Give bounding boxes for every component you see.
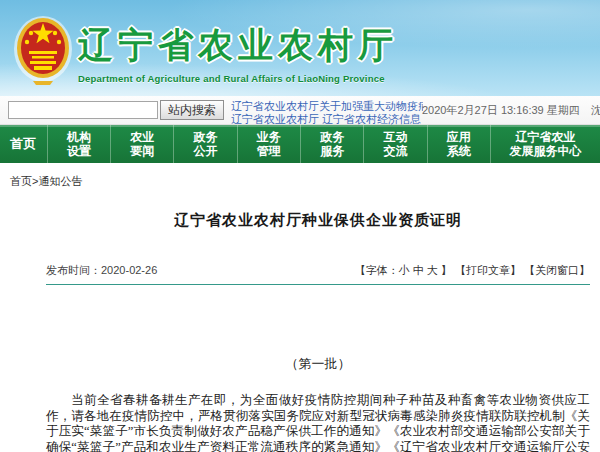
nav-item-app-systems[interactable]: 应用 系统 [427, 125, 490, 163]
article-title: 辽宁省农业农村厅种业保供企业资质证明 [46, 211, 590, 230]
batch-heading: （第一批） [46, 355, 590, 373]
ticker-link[interactable]: 辽宁省农业农村厅关于加强重大动物疫病监测防控工作… [231, 100, 423, 113]
font-size-prefix: 【字体： [355, 264, 399, 276]
breadcrumb-current: 通知公告 [38, 175, 82, 187]
national-emblem-icon [13, 11, 73, 87]
meta-divider [46, 284, 590, 285]
nav-item-business-mgmt[interactable]: 业务 管理 [237, 125, 300, 163]
publish-time: 发布时间：2020-02-26 [46, 263, 157, 278]
article: 辽宁省农业农村厅种业保供企业资质证明 发布时间：2020-02-26 【字体：小… [0, 211, 600, 452]
nav-label: 应用 [447, 130, 471, 144]
nav-label: 互动 [383, 130, 407, 144]
nav-label: 政务 [194, 130, 218, 144]
page: 辽宁省农业农村厅 Department of Agriculture and R… [0, 0, 600, 452]
print-article-button[interactable]: 【打印文章】 [455, 264, 521, 276]
nav-label: 业务 [257, 130, 281, 144]
publish-time-label: 发布时间： [46, 264, 101, 276]
nav-label: 管理 [257, 144, 281, 158]
font-size-large-button[interactable]: 大 [427, 264, 438, 276]
breadcrumb: 首页>通知公告 [0, 163, 600, 189]
search-input[interactable] [8, 101, 158, 119]
nav-item-ag-news[interactable]: 农业 要闻 [110, 125, 173, 163]
nav-label: 服务 [320, 144, 344, 158]
nav-label: 系统 [447, 144, 471, 158]
nav-item-interaction[interactable]: 互动 交流 [363, 125, 426, 163]
article-paragraph: 当前全省春耕备耕生产在即，为全面做好疫情防控期间种子种苗及种畜禽等农业物资供应工… [46, 393, 590, 452]
nav-label: 发展服务中心 [509, 144, 581, 158]
close-window-button[interactable]: 【关闭窗口】 [524, 264, 590, 276]
city-label: 沈阳 [591, 104, 600, 116]
nav-item-org[interactable]: 机构 设置 [47, 125, 110, 163]
main-nav: 首页 机构 设置 农业 要闻 政务 公开 业务 管理 政务 服务 互动 交流 应… [0, 125, 600, 163]
nav-label: 政务 [320, 130, 344, 144]
nav-label: 设置 [67, 144, 91, 158]
article-meta-row: 发布时间：2020-02-26 【字体：小 中 大 】 【打印文章】 【关闭窗口… [46, 263, 590, 278]
font-size-medium-button[interactable]: 中 [413, 264, 424, 276]
datetime-weather: 2020年2月27日 13:16:39 星期四 沈阳 多云 [422, 96, 600, 125]
news-ticker: 辽宁省农业农村厅关于加强重大动物疫病监测防控工作… 辽宁省农业农村厅 辽宁省农村… [231, 100, 423, 125]
nav-label: 辽宁省农业 [515, 130, 575, 144]
nav-label: 公开 [194, 144, 218, 158]
nav-label: 交流 [383, 144, 407, 158]
site-search-button[interactable]: 站内搜索 [160, 100, 224, 120]
top-utility-bar: 站内搜索 辽宁省农业农村厅关于加强重大动物疫病监测防控工作… 辽宁省农业农村厅 … [0, 96, 600, 125]
site-title: 辽宁省农业农村厅 [78, 22, 398, 69]
datetime-text: 2020年2月27日 13:16:39 星期四 [422, 104, 580, 116]
ticker-link[interactable]: 辽宁省农业农村厅 辽宁省农村经济信息 辽宁省农业信息网 [231, 113, 423, 125]
site-brand: 辽宁省农业农村厅 Department of Agriculture and R… [78, 22, 398, 84]
nav-item-gov-services[interactable]: 政务 服务 [300, 125, 363, 163]
font-size-small-button[interactable]: 小 [399, 264, 410, 276]
nav-item-service-center[interactable]: 辽宁省农业 发展服务中心 [490, 125, 600, 163]
article-toolbar: 【字体：小 中 大 】 【打印文章】 【关闭窗口】 [355, 263, 590, 278]
nav-item-gov-disclosure[interactable]: 政务 公开 [173, 125, 236, 163]
nav-item-home[interactable]: 首页 [0, 125, 47, 163]
nav-label: 机构 [67, 130, 91, 144]
publish-time-value: 2020-02-26 [101, 264, 157, 276]
font-size-suffix: 】 [438, 264, 452, 276]
site-subtitle-en: Department of Agriculture and Rural Affa… [78, 73, 398, 84]
nav-label: 农业 [130, 130, 154, 144]
breadcrumb-home-link[interactable]: 首页 [10, 175, 32, 187]
header-banner: 辽宁省农业农村厅 Department of Agriculture and R… [0, 0, 600, 96]
nav-label: 要闻 [130, 144, 154, 158]
nav-label: 首页 [10, 137, 36, 151]
